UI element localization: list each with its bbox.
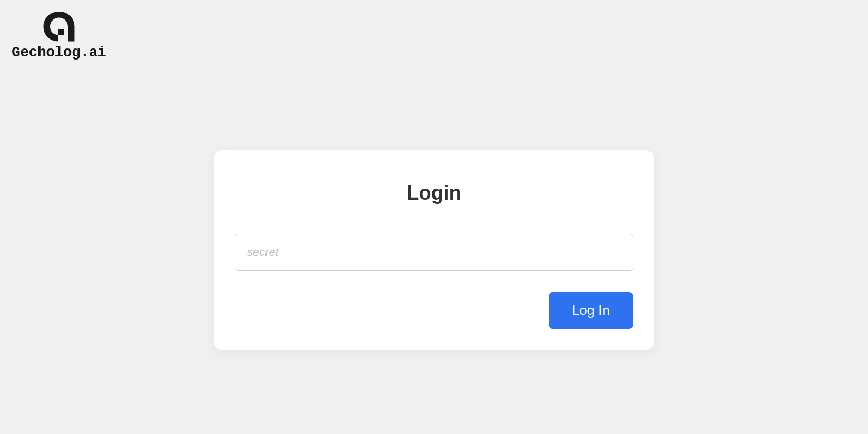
secret-input[interactable] — [235, 234, 633, 271]
login-card: Login Log In — [214, 150, 654, 350]
brand-name: Gecholog.ai — [12, 44, 106, 61]
login-title: Login — [235, 182, 633, 204]
brand-logo-icon — [38, 9, 80, 42]
brand-logo: Gecholog.ai — [12, 9, 106, 61]
button-row: Log In — [235, 292, 633, 329]
login-button[interactable]: Log In — [549, 292, 633, 329]
